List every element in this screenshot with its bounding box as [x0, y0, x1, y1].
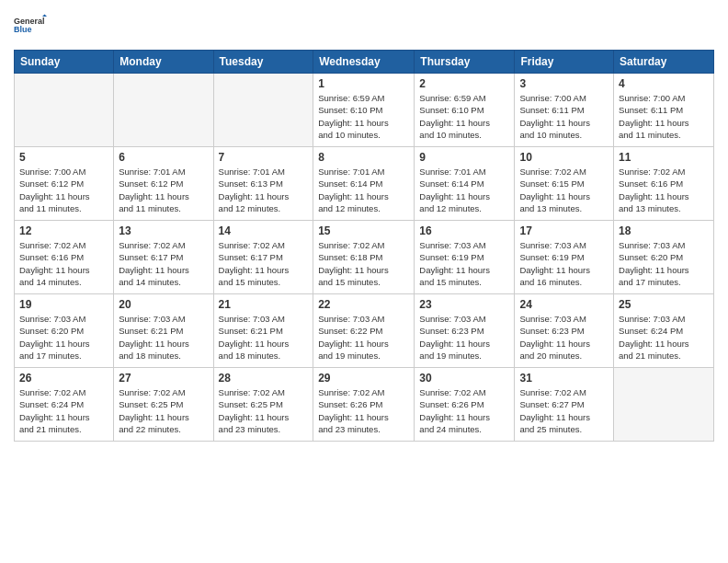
day-number: 4: [619, 77, 709, 90]
calendar-cell: 2Sunrise: 6:59 AM Sunset: 6:10 PM Daylig…: [415, 74, 515, 147]
day-info: Sunrise: 7:03 AM Sunset: 6:23 PM Dayligh…: [419, 313, 509, 362]
calendar-cell: 13Sunrise: 7:02 AM Sunset: 6:17 PM Dayli…: [114, 221, 213, 294]
day-number: 23: [419, 298, 509, 311]
day-number: 11: [619, 151, 709, 164]
calendar-cell: 27Sunrise: 7:02 AM Sunset: 6:25 PM Dayli…: [114, 368, 213, 442]
calendar-cell: 12Sunrise: 7:02 AM Sunset: 6:16 PM Dayli…: [15, 221, 114, 294]
day-info: Sunrise: 6:59 AM Sunset: 6:10 PM Dayligh…: [318, 92, 409, 141]
day-number: 3: [519, 77, 609, 90]
day-info: Sunrise: 7:02 AM Sunset: 6:26 PM Dayligh…: [419, 386, 509, 435]
calendar-cell: 29Sunrise: 7:02 AM Sunset: 6:26 PM Dayli…: [313, 368, 415, 442]
day-info: Sunrise: 7:00 AM Sunset: 6:12 PM Dayligh…: [19, 166, 108, 214]
day-info: Sunrise: 7:03 AM Sunset: 6:20 PM Dayligh…: [19, 313, 108, 362]
day-number: 18: [619, 224, 709, 237]
calendar-cell: 26Sunrise: 7:02 AM Sunset: 6:24 PM Dayli…: [15, 368, 114, 442]
weekday-header-wednesday: Wednesday: [313, 51, 415, 74]
calendar-cell: [114, 74, 213, 147]
weekday-header-monday: Monday: [114, 51, 213, 74]
day-info: Sunrise: 7:01 AM Sunset: 6:13 PM Dayligh…: [219, 166, 309, 214]
svg-marker-2: [42, 15, 47, 17]
day-info: Sunrise: 7:00 AM Sunset: 6:11 PM Dayligh…: [619, 92, 709, 141]
day-info: Sunrise: 7:02 AM Sunset: 6:25 PM Dayligh…: [219, 386, 309, 435]
calendar-cell: 22Sunrise: 7:03 AM Sunset: 6:22 PM Dayli…: [313, 294, 415, 368]
calendar-cell: 25Sunrise: 7:03 AM Sunset: 6:24 PM Dayli…: [614, 294, 714, 368]
day-info: Sunrise: 7:02 AM Sunset: 6:17 PM Dayligh…: [219, 239, 309, 288]
calendar-cell: [15, 74, 114, 147]
day-number: 6: [119, 151, 208, 164]
day-info: Sunrise: 7:02 AM Sunset: 6:16 PM Dayligh…: [19, 239, 108, 288]
day-info: Sunrise: 7:03 AM Sunset: 6:19 PM Dayligh…: [519, 239, 609, 288]
day-info: Sunrise: 7:02 AM Sunset: 6:17 PM Dayligh…: [119, 239, 208, 288]
page-header: General Blue: [14, 9, 714, 42]
day-number: 1: [318, 77, 409, 90]
calendar-cell: 23Sunrise: 7:03 AM Sunset: 6:23 PM Dayli…: [415, 294, 515, 368]
calendar-table: SundayMondayTuesdayWednesdayThursdayFrid…: [14, 50, 714, 442]
calendar-cell: [614, 368, 714, 442]
day-number: 19: [19, 298, 108, 311]
calendar-week-3: 12Sunrise: 7:02 AM Sunset: 6:16 PM Dayli…: [15, 221, 714, 294]
weekday-header-sunday: Sunday: [15, 51, 114, 74]
day-number: 22: [318, 298, 409, 311]
calendar-cell: 3Sunrise: 7:00 AM Sunset: 6:11 PM Daylig…: [515, 74, 614, 147]
weekday-header-friday: Friday: [515, 51, 614, 74]
day-number: 17: [519, 224, 609, 237]
calendar-cell: 16Sunrise: 7:03 AM Sunset: 6:19 PM Dayli…: [415, 221, 515, 294]
day-number: 25: [619, 298, 709, 311]
svg-text:Blue: Blue: [14, 25, 32, 34]
day-number: 5: [19, 151, 108, 164]
day-info: Sunrise: 7:03 AM Sunset: 6:21 PM Dayligh…: [219, 313, 309, 362]
day-number: 26: [19, 372, 108, 385]
calendar-week-1: 1Sunrise: 6:59 AM Sunset: 6:10 PM Daylig…: [15, 74, 714, 147]
calendar-cell: 1Sunrise: 6:59 AM Sunset: 6:10 PM Daylig…: [313, 74, 415, 147]
day-number: 29: [318, 372, 409, 385]
day-info: Sunrise: 7:03 AM Sunset: 6:21 PM Dayligh…: [119, 313, 208, 362]
day-number: 30: [419, 372, 509, 385]
calendar-cell: [213, 74, 313, 147]
calendar-cell: 9Sunrise: 7:01 AM Sunset: 6:14 PM Daylig…: [415, 147, 515, 221]
day-number: 21: [219, 298, 309, 311]
calendar-cell: 14Sunrise: 7:02 AM Sunset: 6:17 PM Dayli…: [213, 221, 313, 294]
day-number: 28: [219, 372, 309, 385]
calendar-cell: 4Sunrise: 7:00 AM Sunset: 6:11 PM Daylig…: [614, 74, 714, 147]
calendar-page: General Blue SundayMondayTuesdayWednesda…: [0, 0, 728, 563]
day-number: 2: [419, 77, 509, 90]
calendar-cell: 8Sunrise: 7:01 AM Sunset: 6:14 PM Daylig…: [313, 147, 415, 221]
calendar-cell: 6Sunrise: 7:01 AM Sunset: 6:12 PM Daylig…: [114, 147, 213, 221]
weekday-header-thursday: Thursday: [415, 51, 515, 74]
day-number: 16: [419, 224, 509, 237]
calendar-cell: 10Sunrise: 7:02 AM Sunset: 6:15 PM Dayli…: [515, 147, 614, 221]
day-info: Sunrise: 7:02 AM Sunset: 6:25 PM Dayligh…: [119, 386, 208, 435]
weekday-header-row: SundayMondayTuesdayWednesdayThursdayFrid…: [15, 51, 714, 74]
calendar-cell: 20Sunrise: 7:03 AM Sunset: 6:21 PM Dayli…: [114, 294, 213, 368]
calendar-cell: 31Sunrise: 7:02 AM Sunset: 6:27 PM Dayli…: [515, 368, 614, 442]
day-info: Sunrise: 7:03 AM Sunset: 6:19 PM Dayligh…: [419, 239, 509, 288]
svg-text:General: General: [14, 17, 45, 26]
day-info: Sunrise: 6:59 AM Sunset: 6:10 PM Dayligh…: [419, 92, 509, 141]
day-info: Sunrise: 7:02 AM Sunset: 6:26 PM Dayligh…: [318, 386, 409, 435]
day-info: Sunrise: 7:02 AM Sunset: 6:16 PM Dayligh…: [619, 166, 709, 214]
day-info: Sunrise: 7:03 AM Sunset: 6:23 PM Dayligh…: [519, 313, 609, 362]
calendar-week-5: 26Sunrise: 7:02 AM Sunset: 6:24 PM Dayli…: [15, 368, 714, 442]
calendar-cell: 30Sunrise: 7:02 AM Sunset: 6:26 PM Dayli…: [415, 368, 515, 442]
calendar-cell: 18Sunrise: 7:03 AM Sunset: 6:20 PM Dayli…: [614, 221, 714, 294]
calendar-week-4: 19Sunrise: 7:03 AM Sunset: 6:20 PM Dayli…: [15, 294, 714, 368]
day-info: Sunrise: 7:02 AM Sunset: 6:27 PM Dayligh…: [519, 386, 609, 435]
calendar-cell: 7Sunrise: 7:01 AM Sunset: 6:13 PM Daylig…: [213, 147, 313, 221]
day-number: 9: [419, 151, 509, 164]
logo: General Blue: [14, 9, 51, 42]
calendar-cell: 5Sunrise: 7:00 AM Sunset: 6:12 PM Daylig…: [15, 147, 114, 221]
day-info: Sunrise: 7:01 AM Sunset: 6:14 PM Dayligh…: [419, 166, 509, 214]
calendar-cell: 21Sunrise: 7:03 AM Sunset: 6:21 PM Dayli…: [213, 294, 313, 368]
calendar-cell: 17Sunrise: 7:03 AM Sunset: 6:19 PM Dayli…: [515, 221, 614, 294]
logo-svg: General Blue: [14, 9, 51, 42]
day-number: 15: [318, 224, 409, 237]
day-number: 8: [318, 151, 409, 164]
day-number: 10: [519, 151, 609, 164]
calendar-week-2: 5Sunrise: 7:00 AM Sunset: 6:12 PM Daylig…: [15, 147, 714, 221]
day-info: Sunrise: 7:03 AM Sunset: 6:22 PM Dayligh…: [318, 313, 409, 362]
day-number: 7: [219, 151, 309, 164]
weekday-header-saturday: Saturday: [614, 51, 714, 74]
calendar-cell: 11Sunrise: 7:02 AM Sunset: 6:16 PM Dayli…: [614, 147, 714, 221]
day-number: 13: [119, 224, 208, 237]
calendar-cell: 19Sunrise: 7:03 AM Sunset: 6:20 PM Dayli…: [15, 294, 114, 368]
